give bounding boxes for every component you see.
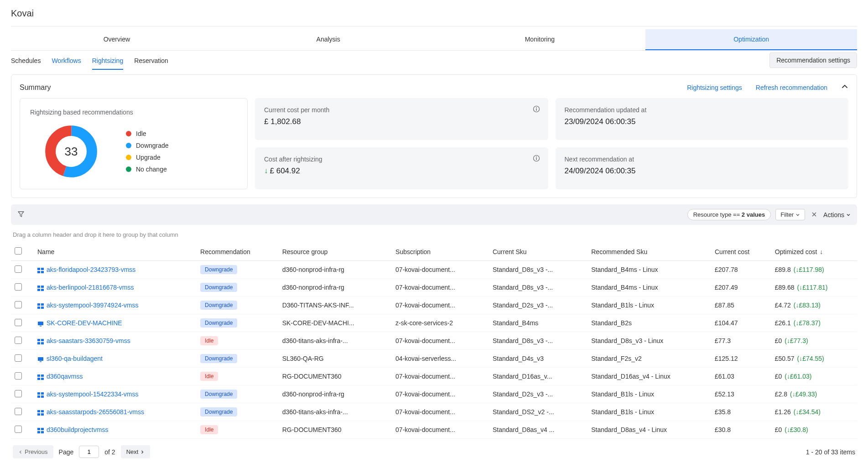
cell-resource-group: RG-DOCUMENT360 — [279, 368, 392, 385]
donut-chart: 33 — [44, 124, 99, 179]
current-cost-label: Current cost per month — [264, 106, 539, 114]
col-subscription[interactable]: Subscription — [392, 243, 489, 261]
svg-rect-27 — [40, 361, 42, 362]
subtab-schedules[interactable]: Schedules — [11, 57, 41, 70]
savings: (↓£77.3) — [785, 337, 808, 344]
cell-subscription: 07-kovai-document... — [392, 421, 489, 439]
table-row: aks-saastars-33630759-vmssIdled360-titan… — [11, 332, 857, 350]
actions-button[interactable]: Actions — [823, 211, 851, 218]
cell-recommended-sku: Standard_B4ms - Linux — [587, 261, 711, 279]
cell-current-sku: Standard_DS2_v2 -... — [489, 403, 587, 421]
cell-recommended-sku: Standard_B1ls - Linux — [587, 385, 711, 403]
cell-subscription: 07-kovai-document... — [392, 261, 489, 279]
resource-link[interactable]: d360qavmss — [47, 373, 83, 380]
clear-filter-icon[interactable] — [810, 211, 819, 218]
current-cost-card: Current cost per month £ 1,802.68 — [255, 98, 548, 140]
refresh-recommendation-link[interactable]: Refresh recommendation — [756, 84, 827, 91]
filter-button[interactable]: Filter — [775, 209, 805, 220]
row-checkbox[interactable] — [15, 283, 22, 291]
resources-table: NameRecommendationResource groupSubscrip… — [11, 243, 857, 439]
cell-current-cost: £125.12 — [711, 350, 771, 368]
cell-resource-group: d360-nonprod-infra-rg — [279, 385, 392, 403]
resource-link[interactable]: SK-CORE-DEV-MACHINE — [47, 319, 122, 327]
recommendation-badge: Idle — [200, 336, 218, 345]
row-checkbox[interactable] — [15, 337, 22, 344]
cell-current-sku: Standard_D8s_v3 -... — [489, 261, 587, 279]
resource-link[interactable]: aks-berlinpool-21816678-vmss — [47, 284, 134, 291]
svg-rect-28 — [37, 375, 40, 377]
resource-link[interactable]: d360buildprojectvmss — [47, 426, 108, 433]
savings: (↓£74.55) — [797, 355, 824, 362]
cost-after-card: Cost after rightsizing ↓£ 604.92 — [255, 147, 548, 189]
subtab-workflows[interactable]: Workflows — [52, 57, 81, 70]
cell-subscription: 04-kovai-serverless... — [392, 350, 489, 368]
row-checkbox[interactable] — [15, 372, 22, 380]
resource-icon — [37, 338, 44, 344]
cell-subscription: z-sk-core-services-2 — [392, 314, 489, 332]
info-icon[interactable] — [533, 105, 540, 114]
collapse-icon[interactable] — [841, 83, 848, 92]
resource-link[interactable]: sl360-qa-buildagent — [47, 355, 103, 362]
next-button[interactable]: Next — [121, 445, 151, 458]
resource-link[interactable]: aks-saastars-33630759-vmss — [47, 337, 130, 344]
filter-chip[interactable]: Resource type == 2 values — [687, 209, 771, 220]
tab-overview[interactable]: Overview — [11, 29, 223, 50]
legend-item: Downgrade — [126, 142, 169, 149]
savings: (↓£78.37) — [794, 319, 821, 327]
next-value: 24/09/2024 06:00:35 — [565, 166, 840, 176]
cell-current-cost: £87.85 — [711, 297, 771, 314]
col-name[interactable]: Name — [34, 243, 197, 261]
rightsizing-settings-link[interactable]: Rightsizing settings — [687, 84, 742, 91]
col-recommended-sku[interactable]: Recommended Sku — [587, 243, 711, 261]
tab-analysis[interactable]: Analysis — [223, 29, 434, 50]
row-checkbox[interactable] — [15, 408, 22, 415]
row-checkbox[interactable] — [15, 390, 22, 397]
resource-link[interactable]: aks-saasstarpods-26556081-vmss — [47, 408, 144, 416]
row-checkbox[interactable] — [15, 265, 22, 273]
subtab-reservation[interactable]: Reservation — [134, 57, 168, 70]
resource-link[interactable]: aks-floridapool-23423793-vmss — [47, 266, 135, 273]
savings: (↓£61.03) — [785, 373, 811, 380]
rec-card-title: Rightsizing based recommendations — [30, 109, 237, 116]
svg-rect-19 — [41, 307, 44, 309]
summary-title: Summary — [20, 83, 51, 92]
cell-subscription: 07-kovai-document... — [392, 297, 489, 314]
row-checkbox[interactable] — [15, 301, 22, 308]
tab-monitoring[interactable]: Monitoring — [434, 29, 646, 50]
svg-rect-31 — [41, 378, 44, 380]
cell-resource-group: d360-nonprod-infra-rg — [279, 261, 392, 279]
updated-at-card: Recommendation updated at 23/09/2024 06:… — [556, 98, 849, 140]
cell-current-sku: Standard_D4s_v3 — [489, 350, 587, 368]
resource-link[interactable]: aks-systempool-15422334-vmss — [47, 390, 139, 398]
cell-optimized-cost: £50.57(↓£74.55) — [771, 350, 857, 368]
cell-optimized-cost: £0(↓£61.03) — [771, 368, 857, 385]
page-input[interactable] — [79, 446, 99, 458]
svg-rect-16 — [37, 303, 40, 306]
table-row: aks-systempool-39974924-vmssDowngradeD36… — [11, 297, 857, 314]
tab-optimization[interactable]: Optimization — [645, 29, 857, 50]
cell-resource-group: d360-titans-aks-infra-... — [279, 332, 392, 350]
table-row: SK-CORE-DEV-MACHINEDowngradeSK-CORE-DEV-… — [11, 314, 857, 332]
recommendation-settings-button[interactable]: Recommendation settings — [769, 52, 857, 68]
row-checkbox[interactable] — [15, 319, 22, 326]
col-recommendation[interactable]: Recommendation — [197, 243, 279, 261]
resource-icon — [37, 356, 44, 362]
cell-subscription: 07-kovai-document... — [392, 279, 489, 297]
legend-item: Upgrade — [126, 154, 169, 161]
info-icon[interactable] — [533, 155, 540, 163]
col-resource-group[interactable]: Resource group — [279, 243, 392, 261]
col-optimized-cost[interactable]: Optimized cost↓ — [771, 243, 857, 261]
row-checkbox[interactable] — [15, 426, 22, 433]
cell-resource-group: d360-nonprod-infra-rg — [279, 279, 392, 297]
resource-link[interactable]: aks-systempool-39974924-vmss — [47, 302, 139, 309]
col-current-cost[interactable]: Current cost — [711, 243, 771, 261]
svg-rect-12 — [37, 286, 40, 288]
select-all-checkbox[interactable] — [15, 247, 22, 255]
svg-rect-18 — [37, 307, 40, 309]
filter-icon[interactable] — [17, 210, 25, 219]
subtab-rightsizing[interactable]: Rightsizing — [92, 57, 123, 70]
svg-rect-30 — [37, 378, 40, 380]
row-checkbox[interactable] — [15, 354, 22, 362]
prev-button[interactable]: Previous — [13, 445, 53, 458]
col-current-sku[interactable]: Current Sku — [489, 243, 587, 261]
